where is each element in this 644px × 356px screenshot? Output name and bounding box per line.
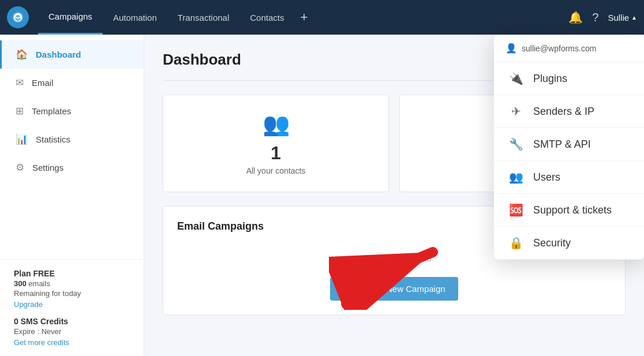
brand-logo[interactable] (7, 6, 29, 28)
notifications-button[interactable]: 🔔 (568, 10, 583, 24)
nav-automation[interactable]: Automation (103, 0, 167, 35)
users-label: Users (533, 171, 560, 183)
sidebar-label-statistics: Statistics (36, 134, 70, 144)
plan-remaining: Remaining for today (14, 289, 130, 298)
plan-name: Plan FREE (14, 269, 130, 278)
dashboard-icon: 🏠 (16, 48, 28, 61)
sidebar-label-email: Email (32, 78, 54, 88)
security-icon: 🔒 (508, 236, 524, 250)
support-label: Support & tickets (533, 204, 612, 216)
nav-plus-button[interactable]: + (294, 10, 313, 25)
create-campaign-label: + Create a New Campaign (343, 284, 445, 294)
create-campaign-button[interactable]: + Create a New Campaign (330, 277, 458, 301)
dropdown-header: 👤 sullie@wpforms.com (494, 35, 644, 62)
nav-campaigns[interactable]: Campaigns (38, 0, 103, 35)
sms-expire: Expire : Never (14, 327, 130, 336)
sidebar-label-settings: Settings (32, 163, 63, 173)
user-avatar-icon: 👤 (506, 43, 517, 54)
users-icon: 👥 (508, 170, 524, 184)
top-navigation: Campaigns Automation Transactional Conta… (0, 0, 644, 35)
sidebar-label-dashboard: Dashboard (36, 50, 81, 59)
dropdown-item-smtp[interactable]: 🔧 SMTP & API (494, 128, 644, 161)
plugins-label: Plugins (533, 73, 567, 85)
senders-icon: ✈ (508, 104, 524, 118)
sidebar-item-email[interactable]: ✉ Email (0, 69, 144, 97)
sidebar-item-statistics[interactable]: 📊 Statistics (0, 125, 144, 153)
sidebar-item-settings[interactable]: ⚙ Settings (0, 153, 144, 182)
sidebar: 🏠 Dashboard ✉ Email ⊞ Templates 📊 Statis… (0, 35, 144, 356)
contacts-card-icon: 👥 (263, 111, 290, 137)
nav-contacts[interactable]: Contacts (239, 0, 294, 35)
plan-emails: 300 emails (14, 279, 130, 288)
templates-icon: ⊞ (16, 105, 24, 117)
user-dropdown: 👤 sullie@wpforms.com 🔌 Plugins ✈ Senders… (494, 35, 644, 260)
settings-icon: ⚙ (16, 162, 24, 174)
sidebar-bottom: Plan FREE 300 emails Remaining for today… (0, 259, 144, 356)
nav-transactional[interactable]: Transactional (167, 0, 240, 35)
dropdown-item-senders[interactable]: ✈ Senders & IP (494, 95, 644, 128)
plugins-icon: 🔌 (508, 72, 524, 85)
support-icon: 🆘 (508, 203, 524, 217)
nav-right: 🔔 ? Sullie ▲ (568, 10, 637, 24)
email-icon: ✉ (16, 77, 24, 89)
sidebar-item-dashboard[interactable]: 🏠 Dashboard (0, 40, 144, 69)
sidebar-label-templates: Templates (32, 106, 71, 116)
senders-label: Senders & IP (533, 106, 594, 118)
main-layout: 🏠 Dashboard ✉ Email ⊞ Templates 📊 Statis… (0, 35, 644, 356)
help-button[interactable]: ? (592, 11, 598, 24)
upgrade-link[interactable]: Upgrade (14, 300, 130, 309)
dropdown-item-security[interactable]: 🔒 Security (494, 227, 644, 260)
nav-items: Campaigns Automation Transactional Conta… (38, 0, 568, 35)
sms-section: 0 SMS Credits Expire : Never Get more cr… (14, 317, 130, 347)
contacts-label: All your contacts (246, 166, 306, 175)
security-label: Security (533, 237, 571, 249)
contacts-card: 👥 1 All your contacts (163, 95, 389, 192)
user-name: Sullie (608, 13, 629, 23)
contacts-count: 1 (271, 143, 281, 164)
user-menu[interactable]: Sullie ▲ (608, 13, 637, 23)
user-caret-icon: ▲ (631, 14, 637, 21)
statistics-icon: 📊 (16, 133, 28, 145)
user-email: sullie@wpforms.com (522, 44, 596, 53)
dropdown-item-users[interactable]: 👥 Users (494, 161, 644, 194)
sms-credits-title: 0 SMS Credits (14, 317, 130, 326)
dropdown-item-plugins[interactable]: 🔌 Plugins (494, 62, 644, 95)
sidebar-item-templates[interactable]: ⊞ Templates (0, 97, 144, 125)
smtp-label: SMTP & API (533, 138, 591, 151)
get-credits-link[interactable]: Get more credits (14, 338, 130, 347)
dropdown-item-support[interactable]: 🆘 Support & tickets (494, 194, 644, 227)
smtp-icon: 🔧 (508, 137, 524, 151)
logo-icon (12, 11, 24, 24)
